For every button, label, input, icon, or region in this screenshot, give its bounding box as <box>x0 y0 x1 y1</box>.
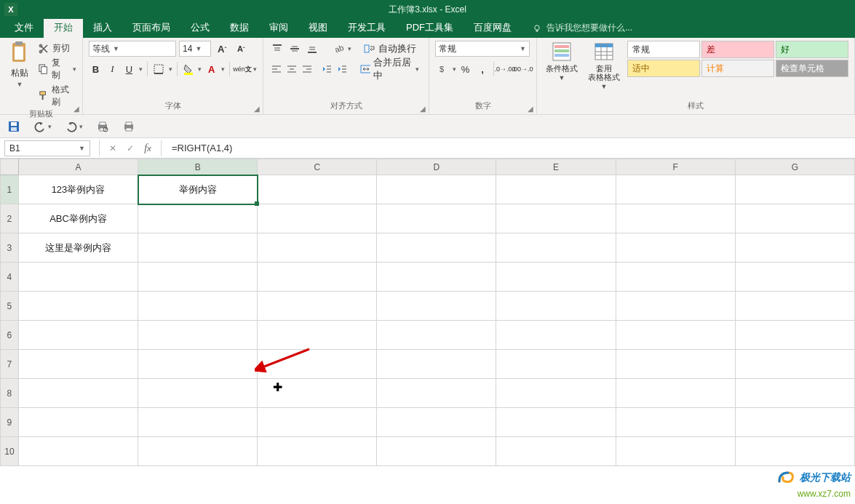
col-header[interactable]: E <box>496 159 616 175</box>
align-bottom-button[interactable] <box>304 41 320 57</box>
comma-format-button[interactable]: , <box>474 61 490 77</box>
row-header[interactable]: 1 <box>1 175 19 204</box>
cell[interactable] <box>377 263 496 292</box>
dialog-launcher-icon[interactable]: ◢ <box>73 105 79 113</box>
cell[interactable] <box>496 379 616 408</box>
cell[interactable] <box>18 379 138 408</box>
cell[interactable] <box>616 233 735 263</box>
dialog-launcher-icon[interactable]: ◢ <box>254 105 260 113</box>
enter-formula-button[interactable]: ✓ <box>122 140 139 156</box>
tab-formulas[interactable]: 公式 <box>180 17 220 38</box>
cell[interactable] <box>138 437 258 466</box>
tab-pdf-tools[interactable]: PDF工具集 <box>396 17 464 38</box>
cell[interactable] <box>258 175 377 204</box>
fill-color-button[interactable] <box>181 61 195 77</box>
cell[interactable] <box>496 233 616 263</box>
col-header[interactable]: G <box>735 159 854 175</box>
shrink-font-button[interactable]: Aˇ <box>233 41 249 57</box>
bold-button[interactable]: B <box>89 61 103 77</box>
row-header[interactable]: 4 <box>1 263 19 292</box>
print-button[interactable] <box>122 120 135 133</box>
worksheet-grid[interactable]: A B C D E F G 1123举例内容举例内容2ABC举例内容3这里是举例… <box>0 159 855 504</box>
cell[interactable] <box>496 408 616 437</box>
phonetic-guide-button[interactable]: wén文 <box>234 61 250 77</box>
paste-button[interactable]: 粘贴 ▼ <box>6 41 33 108</box>
number-format-combo[interactable]: 常规▼ <box>435 41 530 57</box>
cell[interactable] <box>138 292 258 321</box>
cell[interactable] <box>138 321 258 350</box>
tab-developer[interactable]: 开发工具 <box>338 17 396 38</box>
cell[interactable] <box>377 321 496 350</box>
decrease-indent-button[interactable] <box>319 61 333 77</box>
tab-view[interactable]: 视图 <box>298 17 338 38</box>
cell[interactable] <box>258 408 377 437</box>
cell[interactable]: 123举例内容 <box>18 175 138 204</box>
col-header[interactable]: B <box>138 159 258 175</box>
align-middle-button[interactable] <box>287 41 303 57</box>
cell[interactable] <box>138 263 258 292</box>
row-header[interactable]: 3 <box>1 233 19 263</box>
font-color-button[interactable]: A <box>204 61 218 77</box>
cell[interactable] <box>377 233 496 263</box>
cell[interactable]: ABC举例内容 <box>18 204 138 233</box>
percent-format-button[interactable]: % <box>458 61 474 77</box>
style-calculation[interactable]: 计算 <box>701 60 774 77</box>
cell[interactable] <box>258 292 377 321</box>
decrease-decimal-button[interactable]: .00→.0 <box>514 61 530 77</box>
row-header[interactable]: 6 <box>1 321 19 350</box>
name-box[interactable]: B1▼ <box>4 140 90 156</box>
cell[interactable] <box>735 350 854 379</box>
cancel-formula-button[interactable]: ✕ <box>104 140 122 156</box>
cell[interactable] <box>616 379 735 408</box>
style-neutral[interactable]: 适中 <box>627 60 700 77</box>
cell[interactable] <box>496 437 616 466</box>
cell[interactable]: 这里是举例内容 <box>18 233 138 263</box>
cell[interactable] <box>616 350 735 379</box>
dialog-launcher-icon[interactable]: ◢ <box>528 105 533 113</box>
align-top-button[interactable] <box>269 41 285 57</box>
cell[interactable] <box>258 350 377 379</box>
tab-home[interactable]: 开始 <box>44 17 83 38</box>
cell[interactable] <box>258 233 377 263</box>
format-painter-button[interactable]: 格式刷 <box>38 84 76 108</box>
cell[interactable] <box>377 292 496 321</box>
cell[interactable] <box>258 321 377 350</box>
cell[interactable] <box>616 292 735 321</box>
cell[interactable] <box>18 263 138 292</box>
increase-decimal-button[interactable]: .0→.00 <box>497 61 513 77</box>
increase-indent-button[interactable] <box>335 61 349 77</box>
style-normal[interactable]: 常规 <box>627 41 700 58</box>
cell[interactable] <box>735 263 854 292</box>
format-as-table-button[interactable]: 套用 表格格式 ▼ <box>585 41 623 90</box>
cell-styles-gallery[interactable]: 常规 差 好 适中 计算 检查单元格 <box>627 41 848 77</box>
cell[interactable] <box>18 437 138 466</box>
cell[interactable] <box>138 350 258 379</box>
insert-function-button[interactable]: fx <box>139 140 156 156</box>
cell[interactable]: 举例内容 <box>138 175 258 204</box>
accounting-format-button[interactable]: $ <box>435 61 451 77</box>
cell[interactable] <box>496 292 616 321</box>
cell[interactable] <box>18 408 138 437</box>
italic-button[interactable]: I <box>106 61 119 77</box>
cell[interactable] <box>735 321 854 350</box>
cell[interactable] <box>616 321 735 350</box>
merge-center-button[interactable]: 合并后居中 ▾ <box>357 61 423 77</box>
cell[interactable] <box>377 379 496 408</box>
dialog-launcher-icon[interactable]: ◢ <box>420 105 426 113</box>
cell[interactable] <box>377 350 496 379</box>
cell[interactable] <box>377 204 496 233</box>
orientation-button[interactable]: ab <box>330 41 346 57</box>
tell-me-search[interactable]: 告诉我您想要做什么... <box>532 18 632 38</box>
cell[interactable] <box>496 321 616 350</box>
col-header[interactable]: A <box>18 159 138 175</box>
cell[interactable] <box>735 379 854 408</box>
wrap-text-button[interactable]: 自动换行 <box>360 41 420 57</box>
cell[interactable] <box>616 175 735 204</box>
cell[interactable] <box>616 263 735 292</box>
cell[interactable] <box>377 437 496 466</box>
cell[interactable] <box>138 379 258 408</box>
tab-file[interactable]: 文件 <box>4 17 44 38</box>
col-header[interactable]: C <box>258 159 377 175</box>
align-left-button[interactable] <box>269 61 283 77</box>
cell[interactable] <box>735 204 854 233</box>
